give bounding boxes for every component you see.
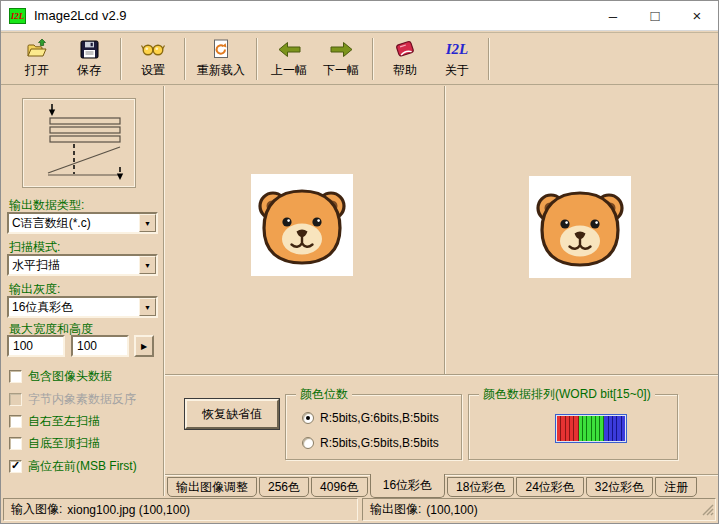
- checkbox-icon[interactable]: ✓: [9, 370, 22, 383]
- status-bar: 输入图像: xiong100.jpg (100,100) 输出图像: (100,…: [1, 496, 718, 523]
- radio-icon[interactable]: [302, 437, 314, 449]
- input-image-status: 输入图像: xiong100.jpg (100,100): [3, 498, 358, 521]
- next-button-label: 下一幅: [323, 62, 359, 79]
- help-button-label: 帮助: [393, 62, 417, 79]
- gray-level-select[interactable]: 16位真彩色 ▼: [7, 296, 158, 318]
- max-height-input[interactable]: [71, 335, 129, 357]
- chevron-down-icon[interactable]: ▼: [139, 256, 156, 274]
- tab-18bit-color[interactable]: 18位彩色: [447, 477, 514, 497]
- scan-mode-value: 水平扫描: [9, 257, 139, 274]
- next-button[interactable]: 下一幅: [315, 35, 367, 82]
- checkbox-icon: ✓: [9, 393, 22, 406]
- open-button[interactable]: 打开: [11, 35, 63, 82]
- input-image-preview: [251, 174, 353, 276]
- tab-16bit-color[interactable]: 16位彩色: [370, 474, 445, 498]
- toolbar-separator: [372, 38, 374, 80]
- color-arrangement-group: 颜色数据排列(WORD bit[15~0]): [468, 394, 678, 460]
- reload-button[interactable]: 重新载入: [191, 35, 251, 82]
- settings-button-label: 设置: [141, 62, 165, 79]
- color-bits-group-label: 颜色位数: [296, 386, 352, 403]
- maximize-button[interactable]: □: [634, 1, 676, 30]
- toolbar-separator: [120, 38, 122, 80]
- previous-button-label: 上一幅: [271, 62, 307, 79]
- checkbox-msb-first[interactable]: ✓ 高位在前(MSB First): [9, 458, 137, 474]
- scan-mode-select[interactable]: 水平扫描 ▼: [7, 254, 158, 276]
- output-type-select[interactable]: C语言数组(*.c) ▼: [7, 212, 158, 234]
- radio-rgb555[interactable]: R:5bits,G:5bits,B:5bits: [302, 436, 439, 450]
- toolbar-separator: [488, 38, 490, 80]
- settings-panel-divider: [165, 374, 718, 376]
- resize-grip[interactable]: [700, 502, 714, 519]
- checkbox-reverse-pixel-order: ✓ 字节内象素数据反序: [9, 391, 136, 407]
- color-bits-group: 颜色位数 R:5bits,G:6bits,B:5bits R:5bits,G:5…: [285, 394, 462, 460]
- bottom-tab-bar: 输出图像调整 256色 4096色 16位彩色 18位彩色 24位彩色 32位彩…: [165, 474, 718, 498]
- about-button-label: 关于: [445, 62, 469, 79]
- restore-defaults-button[interactable]: 恢复缺省值: [185, 399, 279, 429]
- save-button[interactable]: 保存: [63, 35, 115, 82]
- radio-icon[interactable]: [302, 412, 314, 424]
- minimize-button[interactable]: –: [592, 1, 634, 30]
- output-type-value: C语言数组(*.c): [9, 215, 139, 232]
- max-width-input[interactable]: [7, 335, 65, 357]
- chevron-down-icon[interactable]: ▼: [139, 298, 156, 316]
- scan-mode-diagram: [23, 99, 135, 187]
- blue-bit-stripe: [622, 416, 625, 441]
- tab-output-image-adjust[interactable]: 输出图像调整: [167, 477, 257, 497]
- input-image-status-label: 输入图像:: [11, 501, 62, 518]
- tab-24bit-color[interactable]: 24位彩色: [516, 477, 583, 497]
- checkbox-include-header[interactable]: ✓ 包含图像头数据: [9, 368, 112, 384]
- tab-4096-color[interactable]: 4096色: [311, 477, 368, 497]
- tab-32bit-color[interactable]: 32位彩色: [586, 477, 653, 497]
- checkbox-scan-right-to-left[interactable]: ✓ 自右至左扫描: [9, 413, 100, 429]
- toolbar-separator: [184, 38, 186, 80]
- color-arrangement-group-label: 颜色数据排列(WORD bit[15~0]): [479, 386, 655, 403]
- checkbox-icon[interactable]: ✓: [9, 460, 22, 473]
- checkbox-icon[interactable]: ✓: [9, 415, 22, 428]
- output-image-status: 输出图像: (100,100): [362, 498, 716, 521]
- about-button[interactable]: I2L 关于: [431, 35, 483, 82]
- reload-document-icon: [212, 38, 230, 60]
- bear-image: [252, 175, 352, 275]
- app-icon: I2L: [9, 8, 26, 24]
- radio-rgb565[interactable]: R:5bits,G:6bits,B:5bits: [302, 411, 439, 425]
- size-apply-button[interactable]: ▶: [134, 335, 154, 357]
- window-title: Image2Lcd v2.9: [34, 8, 127, 23]
- title-bar: I2L Image2Lcd v2.9 – □ ×: [1, 1, 718, 31]
- help-button[interactable]: 帮助: [379, 35, 431, 82]
- tab-256-color[interactable]: 256色: [259, 477, 309, 497]
- previous-button[interactable]: 上一幅: [263, 35, 315, 82]
- toolbar-separator: [256, 38, 258, 80]
- arrow-left-icon: [278, 38, 301, 60]
- left-panel-divider: [163, 86, 165, 498]
- output-image-status-value: (100,100): [426, 503, 477, 517]
- checkbox-scan-bottom-to-top[interactable]: ✓ 自底至顶扫描: [9, 435, 100, 451]
- settings-button[interactable]: 设置: [127, 35, 179, 82]
- window-controls: – □ ×: [592, 1, 718, 30]
- reload-button-label: 重新载入: [197, 62, 245, 79]
- chevron-down-icon[interactable]: ▼: [139, 214, 156, 232]
- output-image-preview: [529, 176, 631, 278]
- app-window: I2L Image2Lcd v2.9 – □ × 打开: [0, 0, 719, 524]
- arrow-right-icon: [330, 38, 353, 60]
- toolbar: 打开 保存: [1, 32, 718, 85]
- close-button[interactable]: ×: [676, 1, 718, 30]
- help-book-icon: [394, 38, 416, 60]
- bear-image: [530, 177, 630, 277]
- tab-register[interactable]: 注册: [655, 477, 697, 497]
- glasses-icon: [141, 38, 165, 60]
- save-button-label: 保存: [77, 62, 101, 79]
- input-image-status-value: xiong100.jpg (100,100): [67, 503, 190, 517]
- open-button-label: 打开: [25, 62, 49, 79]
- save-floppy-icon: [80, 38, 99, 60]
- rgb565-word-bar: [555, 414, 627, 443]
- gray-level-value: 16位真彩色: [9, 299, 139, 316]
- open-folder-icon: [26, 38, 48, 60]
- preview-divider: [444, 86, 446, 374]
- checkbox-icon[interactable]: ✓: [9, 437, 22, 450]
- about-i2l-icon: I2L: [446, 39, 469, 59]
- output-image-status-label: 输出图像:: [370, 501, 421, 518]
